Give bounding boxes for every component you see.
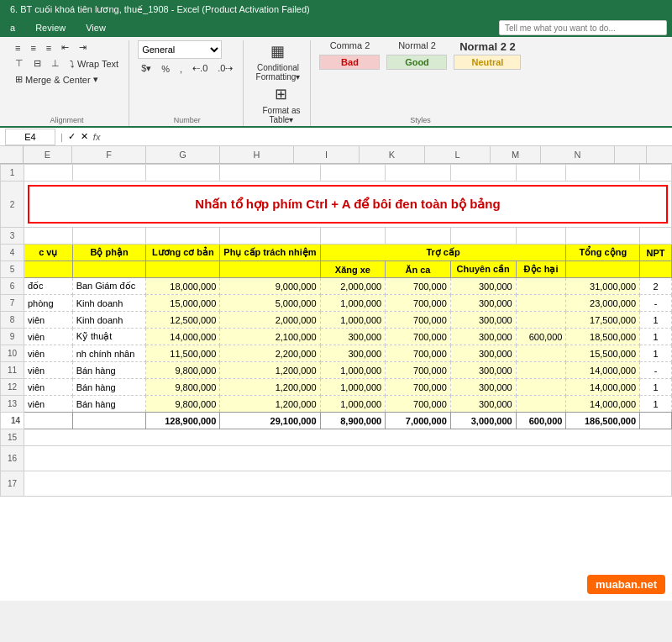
table-row: 6 đốc Ban Giám đốc 18,000,000 9,000,000 …: [1, 278, 672, 295]
merge-label: Merge & Center: [25, 75, 91, 85]
good-style-box[interactable]: Good: [386, 55, 447, 70]
totals-row: 14 128,900,000 29,100,000 8,900,000 7,00…: [1, 413, 672, 429]
formula-icon-check: ✓: [68, 131, 76, 142]
fat-icon: ⊞: [275, 85, 287, 103]
increase-decimal-btn[interactable]: .0⇢: [214, 61, 236, 76]
style-normal22-label: Normal 2 2: [454, 40, 521, 53]
table-row: 12 viên Bán hàng 9,800,000 1,200,000 1,0…: [1, 379, 672, 396]
tab-review[interactable]: Review: [30, 23, 71, 33]
cf-section: ▦ ConditionalFormatting▾ ⊞ Format asTabl…: [245, 40, 311, 126]
table-row: 17: [1, 471, 672, 497]
announcement-row: 2 Nhấn tổ hợp phím Ctrl + A để bôi đen t…: [1, 182, 672, 228]
title-bar: 6. BT cuối khoá tiên lương, thuế_1908 - …: [0, 0, 672, 18]
wrap-text-icon: ⤵: [70, 59, 75, 69]
tab-a[interactable]: a: [5, 23, 20, 33]
table-row: 16: [1, 446, 672, 471]
table-row: 11 viên Bán hàng 9,800,000 1,200,000 1,0…: [1, 362, 672, 379]
col-i[interactable]: I: [294, 146, 360, 163]
table-row: 7 phòng Kinh doanh 15,000,000 5,000,000 …: [1, 295, 672, 312]
col-l[interactable]: L: [425, 146, 491, 163]
row-col-corner: [0, 146, 24, 163]
styles-label: Styles: [319, 116, 521, 126]
bad-style-box[interactable]: Bad: [319, 55, 380, 70]
table-row: 15: [1, 429, 672, 446]
fat-label: Format asTable▾: [262, 106, 300, 124]
number-label: Number: [138, 116, 236, 126]
col-g[interactable]: G: [146, 146, 220, 163]
col-e[interactable]: E: [24, 146, 72, 163]
wrap-text-btn[interactable]: ⤵ Wrap Text: [66, 57, 122, 71]
alignment-label: Alignment: [12, 116, 122, 126]
announcement-box: Nhấn tổ hợp phím Ctrl + A để bôi đen toà…: [28, 185, 668, 224]
tab-view[interactable]: View: [81, 23, 111, 33]
title-text: 6. BT cuối khoá tiên lương, thuế_1908 - …: [7, 4, 313, 15]
watermark: muaban.net: [587, 575, 665, 594]
wrap-text-label: Wrap Text: [77, 59, 118, 69]
ribbon-main: ≡ ≡ ≡ ⇤ ⇥ ⊤ ⊟ ⊥ ⤵ Wrap Text ⊞ Merge & Ce…: [0, 37, 672, 128]
table-row: 3: [1, 228, 672, 245]
format-dropdown[interactable]: General: [138, 40, 222, 59]
header-row-1: 4 c vụ Bộ phận Lương cơ bản Phụ cấp trác…: [1, 245, 672, 261]
align-right-btn[interactable]: ≡: [43, 41, 55, 55]
col-n[interactable]: N: [541, 146, 615, 163]
header-row-2: 5 Xăng xe Ăn ca Chuyên cần Độc hại: [1, 261, 672, 278]
align-center-btn[interactable]: ≡: [27, 41, 39, 55]
bottom-align-btn[interactable]: ⊥: [48, 56, 63, 71]
formula-icon-x: ✕: [81, 131, 88, 142]
name-box[interactable]: [5, 129, 55, 145]
column-header-row: E F G H I K L M N: [0, 146, 672, 164]
number-section: General $▾ % , ⇠.0 .0⇢ Number: [131, 40, 244, 126]
table-row: 13 viên Bán hàng 9,800,000 1,200,000 1,0…: [1, 396, 672, 413]
spreadsheet: 1 2 Nhấn tổ hợp phím Ctrl + A để bôi đen…: [0, 164, 672, 601]
cf-label: ConditionalFormatting▾: [256, 63, 301, 82]
search-input[interactable]: [499, 20, 667, 35]
formula-bar-sep: |: [60, 132, 63, 142]
conditional-formatting-btn[interactable]: ▦ ConditionalFormatting▾: [253, 40, 304, 83]
style-normal2-label: Normal 2: [386, 40, 447, 53]
col-m[interactable]: M: [491, 146, 541, 163]
table-row: 8 viên Kinh doanh 12,500,000 2,000,000 1…: [1, 312, 672, 329]
indent-decrease-btn[interactable]: ⇤: [58, 40, 72, 55]
align-left-btn[interactable]: ≡: [12, 41, 24, 55]
top-align-btn[interactable]: ⊤: [12, 56, 27, 71]
merge-dropdown-icon: ▾: [93, 74, 98, 85]
comma-btn[interactable]: ,: [176, 62, 186, 76]
currency-btn[interactable]: $▾: [138, 61, 155, 76]
cf-icon: ▦: [270, 42, 285, 61]
style-comma2-label: Comma 2: [319, 40, 380, 53]
merge-icon: ⊞: [15, 74, 23, 85]
merge-center-btn[interactable]: ⊞ Merge & Center ▾: [12, 72, 102, 87]
middle-align-btn[interactable]: ⊟: [30, 56, 45, 71]
col-h[interactable]: H: [220, 146, 294, 163]
excel-table: 1 2 Nhấn tổ hợp phím Ctrl + A để bôi đen…: [0, 164, 672, 497]
percent-btn[interactable]: %: [158, 62, 173, 76]
neutral-style-box[interactable]: Neutral: [454, 55, 521, 70]
col-f[interactable]: F: [72, 146, 146, 163]
alignment-section: ≡ ≡ ≡ ⇤ ⇥ ⊤ ⊟ ⊥ ⤵ Wrap Text ⊞ Merge & Ce…: [5, 40, 129, 126]
styles-section: Comma 2 Normal 2 Normal 2 2 Bad Good Neu…: [312, 40, 528, 126]
decrease-decimal-btn[interactable]: ⇠.0: [189, 61, 211, 76]
format-as-table-btn[interactable]: ⊞ Format asTable▾: [259, 83, 303, 126]
indent-increase-btn[interactable]: ⇥: [76, 40, 90, 55]
table-row: 9 viên Kỹ thuật 14,000,000 2,100,000 300…: [1, 329, 672, 345]
formula-icon-fx: fx: [93, 132, 101, 142]
table-row: 10 viên nh chính nhân 11,500,000 2,200,0…: [1, 345, 672, 362]
col-k[interactable]: K: [360, 146, 425, 163]
col-o[interactable]: [615, 146, 647, 163]
table-row: 1: [1, 165, 672, 182]
formula-bar: | ✓ ✕ fx: [0, 128, 672, 146]
